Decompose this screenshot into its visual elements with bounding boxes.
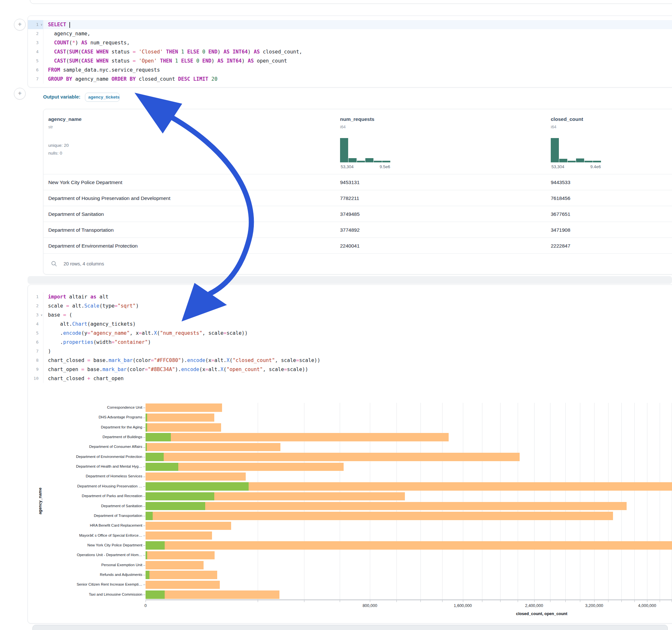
token: 0	[196, 58, 199, 64]
code-line[interactable]: 9chart_open = base.mark_bar(color="#8BC3…	[28, 365, 672, 374]
column-stat: unique: 20	[48, 143, 69, 148]
token: )	[217, 49, 224, 55]
column-header[interactable]: num_requestsi6453,3049.5e6	[340, 116, 515, 129]
bar-closed-count	[146, 472, 246, 481]
token: FROM	[48, 67, 60, 73]
table-cell: 2222847	[551, 238, 570, 254]
token: .	[48, 330, 63, 336]
code-text: CAST(SUM(CASE WHEN status = 'Closed' THE…	[44, 47, 302, 56]
search-icon[interactable]	[51, 261, 57, 268]
bar-closed-count	[146, 433, 449, 441]
token: CAST	[54, 58, 66, 64]
y-axis-label: Correspondence Unit	[41, 406, 142, 409]
table-row: Department of Sanitation37494853677651	[44, 206, 672, 222]
x-axis-title: closed_count, open_count	[477, 611, 606, 616]
fold-chevron-icon[interactable]: ∨	[41, 20, 43, 29]
x-axis-tick	[660, 600, 660, 602]
gridline	[660, 403, 660, 600]
table-cell: Department of Transportation	[48, 222, 114, 238]
x-axis-tick	[565, 600, 566, 602]
token: (	[69, 40, 72, 46]
x-axis-tick	[621, 600, 622, 602]
code-line[interactable]: 2 agency_name,	[28, 29, 672, 38]
token: ).	[181, 358, 187, 363]
column-histogram	[340, 138, 390, 162]
token: , scale	[275, 358, 296, 363]
add-cell-button[interactable]: +	[14, 88, 26, 99]
code-line[interactable]: 7GROUP BY agency_name ORDER BY closed_co…	[28, 75, 672, 83]
table-cell: 7782211	[340, 190, 359, 206]
token: 1	[181, 49, 184, 55]
column-header[interactable]: agency_namestrunique: 20nulls: 0	[48, 116, 223, 129]
code-text: )	[44, 347, 51, 356]
column-stat: nulls: 0	[48, 151, 62, 155]
y-axis-label: Department of Buildings	[41, 435, 142, 439]
code-line[interactable]: 1import altair as alt	[28, 292, 672, 301]
table-cell: 3774892	[340, 222, 360, 238]
code-line[interactable]: 1∨SELECT	[28, 20, 672, 29]
token: SUM	[69, 58, 78, 64]
token: chart_open	[91, 375, 124, 382]
histogram-bar	[559, 159, 567, 162]
line-number: 6	[28, 338, 44, 347]
y-axis-label: Department for the Aging	[41, 425, 142, 429]
token: =	[205, 366, 208, 372]
token: agency_name,	[48, 31, 91, 37]
bar-closed-count	[146, 581, 220, 589]
code-line[interactable]: 4 CAST(SUM(CASE WHEN status = 'Closed' T…	[28, 47, 672, 56]
gridline	[421, 403, 421, 600]
token: =	[87, 358, 90, 363]
token: scale))	[287, 366, 308, 372]
token: closed_count,	[260, 49, 302, 55]
token	[63, 76, 66, 82]
token: )	[241, 58, 248, 64]
token: alt.	[214, 358, 226, 363]
code-line[interactable]: 6FROM sample_data.nyc.service_requests	[28, 66, 672, 75]
x-axis-tick	[647, 600, 647, 602]
table-cell: 3471908	[551, 222, 570, 238]
token: =	[87, 330, 90, 336]
token: "container"	[115, 339, 148, 345]
code-line[interactable]: 5 .encode(y="agency_name", x=alt.X("num_…	[28, 329, 672, 338]
token: scale))	[226, 330, 248, 336]
fold-chevron-icon[interactable]: ∨	[41, 311, 43, 319]
code-line[interactable]: 2scale = alt.Scale(type="sqrt")	[28, 301, 672, 311]
code-line[interactable]: 8chart_closed = base.mark_bar(color="#FF…	[28, 356, 672, 365]
token: =	[296, 358, 299, 363]
token	[93, 58, 96, 64]
token	[48, 49, 54, 55]
output-variable-label: Output variable:	[43, 94, 80, 99]
token: "#8BC34A"	[148, 366, 175, 372]
token: WHEN	[96, 49, 108, 55]
gridline	[340, 403, 340, 600]
token: (color	[127, 366, 145, 372]
output-variable-pill[interactable]: agency_tickets	[85, 93, 120, 102]
table-cell: 3677651	[551, 206, 570, 222]
token: SUM	[69, 49, 78, 55]
x-axis-tick	[258, 600, 258, 602]
code-line[interactable]: 7)	[28, 347, 672, 356]
python-editor[interactable]: 1import altair as alt2scale = alt.Scale(…	[28, 292, 672, 383]
token: alt.	[69, 303, 84, 309]
code-text: COUNT(*) AS num_requests,	[44, 38, 130, 47]
x-axis-tick	[397, 600, 397, 602]
gridline	[550, 403, 550, 600]
code-line[interactable]: 3∨base = (	[28, 311, 672, 319]
code-line[interactable]: 10chart_closed + chart_open	[28, 374, 672, 383]
code-line[interactable]: 6 .properties(width="container")	[28, 338, 672, 347]
token: )	[136, 303, 139, 309]
code-line[interactable]: 3 COUNT(*) AS num_requests,	[28, 38, 672, 47]
column-header[interactable]: closed_counti6453,3049.4e6	[551, 116, 672, 129]
code-line[interactable]: 5 CAST(SUM(CASE WHEN status = 'Open' THE…	[28, 56, 672, 66]
gridline	[594, 403, 595, 600]
x-axis-line	[146, 600, 672, 600]
bar-open-count	[146, 590, 165, 599]
add-cell-button[interactable]: +	[14, 19, 26, 30]
x-axis-tick	[421, 600, 421, 602]
table-cell: New York City Police Department	[48, 174, 122, 190]
code-line[interactable]: 4 alt.Chart(agency_tickets)	[28, 319, 672, 329]
code-text: chart_closed = base.mark_bar(color="#FFC…	[44, 356, 320, 365]
sql-editor[interactable]: 1∨SELECT 2 agency_name,3 COUNT(*) AS num…	[28, 20, 672, 83]
token: WHEN	[96, 58, 108, 64]
y-axis-label: Refunds and Adjustments	[41, 573, 142, 577]
